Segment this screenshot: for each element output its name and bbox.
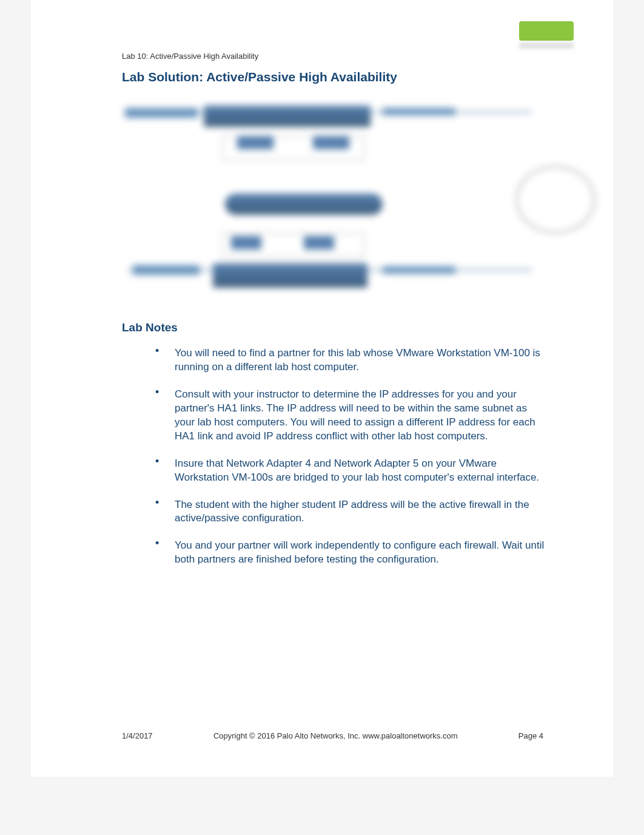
list-item: You will need to find a partner for this… (155, 347, 546, 374)
footer-page-number: Page 4 (518, 731, 543, 740)
document-page: Lab 10: Active/Passive High Availability… (31, 0, 613, 777)
lab-notes-list: You will need to find a partner for this… (155, 347, 546, 567)
list-item: Insure that Network Adapter 4 and Networ… (155, 457, 546, 485)
list-item: The student with the higher student IP a… (155, 498, 546, 526)
unlock-badge[interactable] (519, 21, 574, 41)
list-item: You and your partner will work independe… (155, 539, 546, 567)
badge-shadow (519, 42, 574, 49)
page-footer: 1/4/2017 Copyright © 2016 Palo Alto Netw… (122, 731, 543, 740)
footer-date: 1/4/2017 (122, 731, 153, 740)
list-item: Consult with your instructor to determin… (155, 388, 546, 444)
footer-copyright: Copyright © 2016 Palo Alto Networks, Inc… (213, 731, 458, 740)
page-title: Lab Solution: Active/Passive High Availa… (122, 70, 583, 84)
topology-diagram (122, 100, 571, 300)
section-heading-lab-notes: Lab Notes (122, 321, 583, 334)
document-header: Lab 10: Active/Passive High Availability (122, 52, 583, 61)
